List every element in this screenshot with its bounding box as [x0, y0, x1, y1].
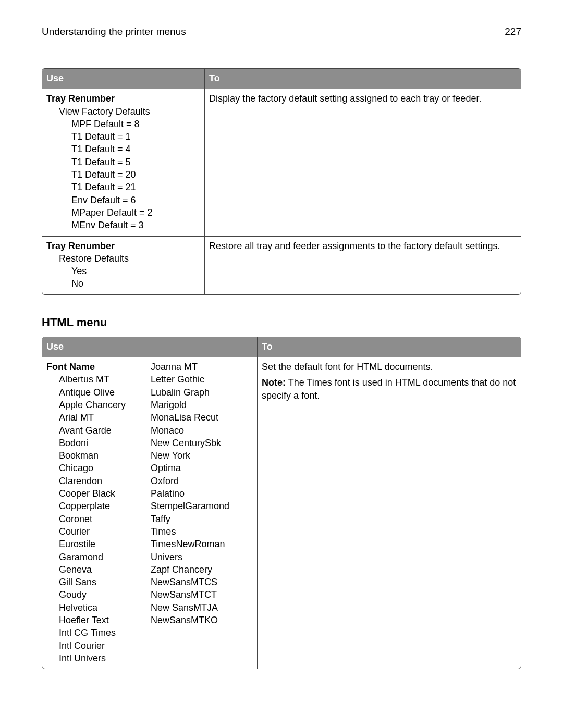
- font-item: Gill Sans: [46, 576, 151, 588]
- header-title: Understanding the printer menus: [42, 26, 186, 38]
- font-item: Bookman: [46, 449, 151, 462]
- font-item: Coronet: [46, 513, 151, 525]
- font-item: Univers: [151, 551, 255, 563]
- to-cell: Display the factory default setting assi…: [205, 89, 521, 236]
- font-item: Letter Gothic: [151, 373, 255, 386]
- font-item: New SansMTJA: [151, 601, 255, 614]
- font-item: Albertus MT: [46, 373, 151, 386]
- font-item: Courier: [46, 525, 151, 538]
- use-cell: Tray Renumber View Factory Defaults MPF …: [42, 89, 205, 236]
- use-item: T1 Default = 21: [46, 181, 200, 193]
- use-item: T1 Default = 4: [46, 143, 200, 155]
- font-item: Goudy: [46, 588, 151, 601]
- font-item: NewSansMTCT: [151, 588, 255, 601]
- use-item: T1 Default = 1: [46, 130, 200, 143]
- font-item: Avant Garde: [46, 424, 151, 437]
- font-item: Geneva: [46, 563, 151, 576]
- font-item: Intl Courier: [46, 639, 151, 652]
- font-item: Lubalin Graph: [151, 386, 255, 399]
- page-header: Understanding the printer menus 227: [42, 26, 521, 40]
- col-to-header: To: [205, 69, 521, 89]
- use-title: Tray Renumber: [46, 92, 200, 105]
- font-item: Cooper Black: [46, 487, 151, 500]
- font-item: Zapf Chancery: [151, 563, 255, 576]
- use-title: Tray Renumber: [46, 240, 200, 252]
- font-item: Antique Olive: [46, 386, 151, 399]
- use-item: Yes: [46, 265, 200, 277]
- use-sub: Restore Defaults: [46, 252, 200, 265]
- use-item: T1 Default = 5: [46, 156, 200, 168]
- font-item: Helvetica: [46, 601, 151, 614]
- table-header-row: Use To: [42, 337, 521, 357]
- font-item: Apple Chancery: [46, 399, 151, 411]
- font-item: TimesNewRoman: [151, 538, 255, 550]
- font-item: Taffy: [151, 513, 255, 525]
- font-item: Monaco: [151, 424, 255, 437]
- font-item: Joanna MT: [151, 361, 255, 373]
- use-title: Font Name: [46, 361, 151, 373]
- section-title-html-menu: HTML menu: [42, 316, 521, 329]
- font-item: Copperplate: [46, 500, 151, 512]
- font-item: MonaLisa Recut: [151, 411, 255, 424]
- use-item: Env Default = 6: [46, 194, 200, 206]
- use-item: T1 Default = 20: [46, 168, 200, 181]
- to-note: Note: The Times font is used in HTML doc…: [262, 376, 517, 402]
- use-item: MEnv Default = 3: [46, 219, 200, 231]
- col-to-header: To: [258, 337, 521, 357]
- note-text: The Times font is used in HTML documents…: [262, 377, 516, 400]
- font-item: Clarendon: [46, 475, 151, 487]
- font-item: Garamond: [46, 551, 151, 563]
- font-item: New CenturySbk: [151, 437, 255, 449]
- to-cell: Set the default font for HTML documents.…: [258, 357, 521, 669]
- use-item: MPaper Default = 2: [46, 206, 200, 219]
- page-number: 227: [505, 26, 521, 38]
- font-item: Optima: [151, 462, 255, 474]
- html-menu-table: Use To Font Name Albertus MT Antique Oli…: [42, 337, 521, 669]
- font-item: StempelGaramond: [151, 500, 255, 512]
- use-cell: Font Name Albertus MT Antique Olive Appl…: [42, 357, 258, 669]
- tray-renumber-table: Use To Tray Renumber View Factory Defaul…: [42, 68, 521, 295]
- table-row: Tray Renumber Restore Defaults Yes No Re…: [42, 237, 521, 294]
- font-item: Bodoni: [46, 437, 151, 449]
- to-line: Set the default font for HTML documents.: [262, 361, 517, 373]
- font-item: Oxford: [151, 475, 255, 487]
- font-item: Palatino: [151, 487, 255, 500]
- font-item: Hoefler Text: [46, 614, 151, 626]
- table-row: Font Name Albertus MT Antique Olive Appl…: [42, 357, 521, 669]
- table-header-row: Use To: [42, 69, 521, 89]
- col-use-header: Use: [42, 337, 258, 357]
- font-item: Marigold: [151, 399, 255, 411]
- to-cell: Restore all tray and feeder assignments …: [205, 237, 521, 294]
- font-item: Chicago: [46, 462, 151, 474]
- use-item: No: [46, 277, 200, 290]
- col-use-header: Use: [42, 69, 205, 89]
- font-item: NewSansMTKO: [151, 614, 255, 626]
- use-sub: View Factory Defaults: [46, 105, 200, 118]
- font-item: Eurostile: [46, 538, 151, 550]
- font-item: Arial MT: [46, 411, 151, 424]
- font-item: Times: [151, 525, 255, 538]
- font-item: Intl CG Times: [46, 626, 151, 639]
- font-item: Intl Univers: [46, 652, 151, 664]
- note-label: Note:: [262, 377, 286, 388]
- font-item: NewSansMTCS: [151, 576, 255, 588]
- use-item: MPF Default = 8: [46, 118, 200, 130]
- use-cell: Tray Renumber Restore Defaults Yes No: [42, 237, 205, 294]
- table-row: Tray Renumber View Factory Defaults MPF …: [42, 89, 521, 236]
- font-item: New York: [151, 449, 255, 462]
